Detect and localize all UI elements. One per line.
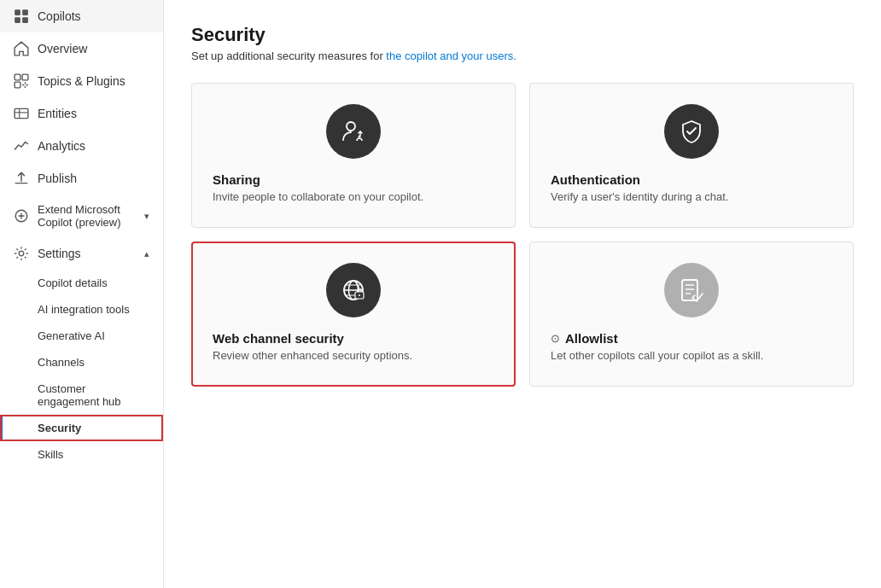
svg-rect-0 xyxy=(15,9,20,15)
gear-icon xyxy=(14,246,29,261)
sidebar-subitem-ai-integration[interactable]: AI integration tools xyxy=(0,296,163,323)
sidebar-label-analytics: Analytics xyxy=(38,139,149,153)
svg-rect-1 xyxy=(22,9,28,15)
svg-rect-3 xyxy=(22,17,28,23)
sidebar-subitem-label-channels: Channels xyxy=(38,356,85,369)
page-title: Security xyxy=(191,24,854,46)
chart-icon xyxy=(14,138,29,154)
home-icon xyxy=(14,41,29,56)
sidebar-item-extend-copilot[interactable]: Extend Microsoft Copilot (preview) ▾ xyxy=(0,195,163,237)
sidebar-label-entities: Entities xyxy=(38,107,149,120)
chevron-up-icon: ▴ xyxy=(144,248,149,259)
card-web-channel-desc: Review other enhanced security options. xyxy=(213,349,412,362)
svg-rect-6 xyxy=(15,82,20,88)
sidebar-label-overview: Overview xyxy=(38,42,149,55)
card-allowlist[interactable]: ⊙ Allowlist Let other copilots call your… xyxy=(529,242,854,387)
card-authentication-title: Authentication xyxy=(551,172,640,187)
allowlist-preview-icon: ⊙ xyxy=(551,332,560,345)
sidebar-subitem-label-customer-engagement: Customer engagement hub xyxy=(38,382,149,408)
allowlist-title-row: ⊙ Allowlist xyxy=(551,331,618,346)
sidebar-label-copilots: Copilots xyxy=(38,9,149,23)
chevron-down-icon: ▾ xyxy=(144,211,149,222)
sidebar-subitem-skills[interactable]: Skills xyxy=(0,441,163,468)
sidebar-subitem-label-skills: Skills xyxy=(38,448,63,461)
sidebar-subitem-copilot-details[interactable]: Copilot details xyxy=(0,270,163,296)
svg-rect-19 xyxy=(682,280,697,300)
page-subtitle: Set up additional security measures for … xyxy=(191,49,854,62)
sharing-icon-circle xyxy=(326,104,381,159)
card-authentication[interactable]: Authentication Verify a user's identity … xyxy=(529,83,854,228)
sidebar: Copilots Overview Topics & Plugins xyxy=(0,0,164,588)
sidebar-item-publish[interactable]: Publish xyxy=(0,162,163,195)
card-sharing[interactable]: Sharing Invite people to collaborate on … xyxy=(191,83,516,228)
svg-point-12 xyxy=(347,122,355,131)
svg-rect-2 xyxy=(15,17,20,23)
authentication-icon-circle xyxy=(664,104,719,159)
sidebar-subitem-security[interactable]: Security xyxy=(0,415,163,441)
web-channel-icon-circle xyxy=(326,263,381,317)
sidebar-subitem-channels[interactable]: Channels xyxy=(0,349,163,376)
puzzle-icon xyxy=(14,73,29,89)
svg-point-11 xyxy=(19,251,24,256)
sidebar-subitem-label-security: Security xyxy=(38,422,81,434)
main-content: Security Set up additional security meas… xyxy=(164,0,881,588)
card-sharing-desc: Invite people to collaborate on your cop… xyxy=(213,190,423,203)
sidebar-item-topics[interactable]: Topics & Plugins xyxy=(0,65,163,97)
extend-icon xyxy=(14,208,29,224)
allowlist-icon-circle xyxy=(664,263,719,317)
subtitle-link[interactable]: the copilot and your users. xyxy=(386,49,516,62)
svg-rect-4 xyxy=(15,74,20,80)
sidebar-label-publish: Publish xyxy=(38,172,149,185)
sidebar-label-extend: Extend Microsoft Copilot (preview) xyxy=(38,203,136,229)
sidebar-subitem-label-copilot-details: Copilot details xyxy=(38,277,108,289)
svg-rect-5 xyxy=(22,74,28,80)
upload-icon xyxy=(14,171,29,186)
svg-rect-7 xyxy=(15,108,28,118)
sidebar-item-entities[interactable]: Entities xyxy=(0,97,163,130)
sidebar-item-settings[interactable]: Settings ▴ xyxy=(0,237,163,270)
sidebar-subitem-generative-ai[interactable]: Generative AI xyxy=(0,323,163,349)
card-authentication-desc: Verify a user's identity during a chat. xyxy=(551,190,728,203)
sidebar-subitem-label-ai-integration: AI integration tools xyxy=(38,303,130,316)
card-allowlist-title: Allowlist xyxy=(565,331,618,346)
card-allowlist-desc: Let other copilots call your copilot as … xyxy=(551,349,763,362)
sidebar-label-settings: Settings xyxy=(38,247,136,260)
card-web-channel-security[interactable]: Web channel security Review other enhanc… xyxy=(191,242,516,387)
table-icon xyxy=(14,106,29,121)
sidebar-item-copilots[interactable]: Copilots xyxy=(0,0,163,32)
sidebar-item-overview[interactable]: Overview xyxy=(0,32,163,65)
grid-icon xyxy=(14,9,29,24)
card-sharing-title: Sharing xyxy=(213,172,260,187)
sidebar-subitem-customer-engagement[interactable]: Customer engagement hub xyxy=(0,376,163,415)
svg-point-18 xyxy=(359,294,360,296)
sidebar-subitem-label-generative-ai: Generative AI xyxy=(38,329,105,342)
card-web-channel-title: Web channel security xyxy=(213,331,344,346)
sidebar-item-analytics[interactable]: Analytics xyxy=(0,130,163,162)
cards-grid: Sharing Invite people to collaborate on … xyxy=(191,83,854,387)
sidebar-label-topics: Topics & Plugins xyxy=(38,74,149,88)
